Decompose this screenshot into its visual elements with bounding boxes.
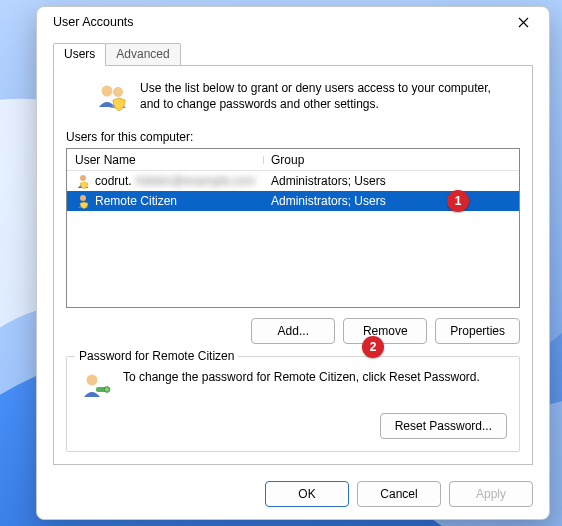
- svg-point-2: [113, 87, 123, 97]
- key-user-icon: [79, 369, 113, 403]
- user-accounts-window: User Accounts Users Advanced: [36, 6, 550, 520]
- callout-1: 1: [447, 190, 469, 212]
- svg-point-3: [80, 175, 86, 181]
- table-row[interactable]: Remote Citizen Administrators; Users 1: [67, 191, 519, 211]
- user-group-cell: Administrators; Users: [263, 174, 519, 188]
- svg-point-1: [102, 86, 113, 97]
- user-name-hidden: hidden@example.com: [136, 174, 256, 188]
- password-help-text: To change the password for Remote Citize…: [123, 369, 480, 385]
- password-fieldset: Password for Remote Citizen To change th…: [66, 356, 520, 452]
- intro-text: Use the list below to grant or deny user…: [140, 80, 510, 114]
- column-username[interactable]: User Name: [67, 153, 263, 167]
- cancel-button[interactable]: Cancel: [357, 481, 441, 507]
- window-title: User Accounts: [53, 15, 134, 29]
- properties-button[interactable]: Properties: [435, 318, 520, 344]
- users-list-label: Users for this computer:: [66, 130, 520, 144]
- tabstrip: Users Advanced: [53, 41, 533, 65]
- password-legend: Password for Remote Citizen: [75, 349, 238, 363]
- column-group[interactable]: Group: [263, 153, 519, 167]
- add-button[interactable]: Add...: [251, 318, 335, 344]
- ok-button[interactable]: OK: [265, 481, 349, 507]
- close-icon: [518, 17, 529, 28]
- user-buttons-row: Add... Remove Properties 2: [66, 318, 520, 344]
- svg-point-5: [87, 375, 98, 386]
- apply-button[interactable]: Apply: [449, 481, 533, 507]
- table-row[interactable]: codrut. hidden@example.com Administrator…: [67, 171, 519, 191]
- user-name-cell: codrut.: [95, 174, 132, 188]
- remove-button[interactable]: Remove: [343, 318, 427, 344]
- dialog-buttons: OK Cancel Apply: [37, 481, 549, 521]
- user-icon: [75, 193, 91, 209]
- users-shield-icon: [96, 80, 130, 114]
- callout-2: 2: [362, 336, 384, 358]
- reset-password-button[interactable]: Reset Password...: [380, 413, 507, 439]
- listview-header[interactable]: User Name Group: [67, 149, 519, 171]
- tab-advanced[interactable]: Advanced: [105, 43, 180, 66]
- close-button[interactable]: [501, 7, 545, 37]
- svg-point-7: [104, 387, 110, 393]
- svg-point-4: [80, 195, 86, 201]
- intro-row: Use the list below to grant or deny user…: [66, 80, 520, 124]
- user-name-cell: Remote Citizen: [95, 194, 177, 208]
- titlebar: User Accounts: [37, 7, 549, 37]
- users-tab-pane: Use the list below to grant or deny user…: [53, 65, 533, 465]
- user-icon: [75, 173, 91, 189]
- tab-users[interactable]: Users: [53, 43, 106, 66]
- user-group-cell: Administrators; Users: [263, 194, 519, 208]
- users-listview[interactable]: User Name Group codrut. hidden@example.c…: [66, 148, 520, 308]
